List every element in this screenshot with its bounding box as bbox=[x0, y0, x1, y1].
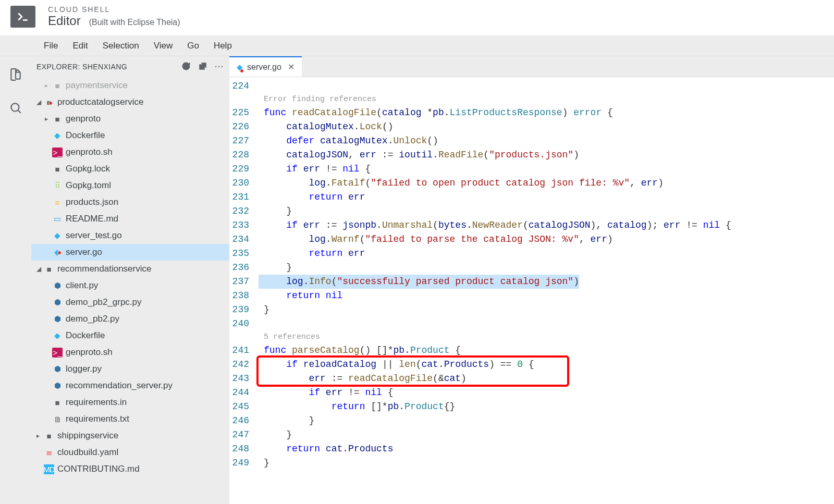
search-icon[interactable] bbox=[9, 101, 22, 117]
code-content[interactable]: } bbox=[259, 414, 314, 428]
code-line[interactable]: 248 return cat.Products bbox=[229, 442, 834, 456]
code-content[interactable]: func readCatalogFile(catalog *pb.ListPro… bbox=[259, 106, 613, 120]
file-cloudbuild-yaml[interactable]: ▸≣cloudbuild.yaml bbox=[31, 444, 229, 461]
file-contributing-md[interactable]: ▸MDCONTRIBUTING.md bbox=[31, 461, 229, 477]
code-line[interactable]: 247 } bbox=[229, 428, 834, 442]
file-server-test-go[interactable]: ▸◆server_test.go bbox=[31, 227, 229, 244]
menu-edit[interactable]: Edit bbox=[72, 41, 88, 51]
menu-help[interactable]: Help bbox=[214, 41, 232, 51]
line-number: 225 bbox=[229, 106, 259, 120]
codelens[interactable]: 5 references bbox=[229, 331, 834, 343]
code-line[interactable]: 236 } bbox=[229, 261, 834, 275]
code-content[interactable]: } bbox=[259, 261, 292, 275]
file-genproto-sh[interactable]: ▸>_genproto.sh bbox=[31, 144, 229, 161]
codelens[interactable]: Error finding references bbox=[229, 93, 834, 106]
file-genproto-sh[interactable]: ▸>_genproto.sh bbox=[31, 344, 229, 361]
code-content[interactable]: log.Info("successfully parsed product ca… bbox=[259, 275, 579, 289]
code-line[interactable]: 235 return err bbox=[229, 247, 834, 261]
file-gopkg-lock[interactable]: ▸■Gopkg.lock bbox=[31, 161, 229, 177]
folder-genproto[interactable]: ▸■genproto bbox=[31, 110, 229, 127]
code-content[interactable]: log.Warnf("failed to parse the catalog J… bbox=[259, 232, 613, 247]
refresh-icon[interactable] bbox=[181, 62, 191, 72]
code-content[interactable] bbox=[259, 79, 264, 93]
code-content[interactable]: if err != nil { bbox=[259, 386, 393, 400]
menu-view[interactable]: View bbox=[154, 41, 173, 51]
code-content[interactable]: defer catalogMutex.Unlock() bbox=[259, 134, 438, 148]
file-icon: ■ bbox=[44, 432, 54, 440]
code-line[interactable]: 226 catalogMutex.Lock() bbox=[229, 120, 834, 134]
code-content[interactable]: func parseCatalog() []*pb.Product { bbox=[259, 343, 461, 358]
file-logger-py[interactable]: ▸⬢logger.py bbox=[31, 361, 229, 377]
code-line[interactable]: 238 return nil bbox=[229, 289, 834, 303]
code-line[interactable]: 224 bbox=[229, 79, 834, 93]
file-dockerfile[interactable]: ▸◆Dockerfile bbox=[31, 327, 229, 344]
code-editor[interactable]: 224Error finding references225func readC… bbox=[229, 77, 834, 504]
code-line[interactable]: 245 return []*pb.Product{} bbox=[229, 400, 834, 414]
menu-go[interactable]: Go bbox=[187, 41, 199, 51]
code-line[interactable]: 241func parseCatalog() []*pb.Product { bbox=[229, 343, 834, 358]
code-content[interactable]: return nil bbox=[259, 289, 342, 303]
code-line[interactable]: 240 bbox=[229, 317, 834, 331]
folder-shippingservice[interactable]: ▸■shippingservice bbox=[31, 427, 229, 444]
file-icon: ≡ bbox=[52, 198, 63, 207]
code-line[interactable]: 228 catalogJSON, err := ioutil.ReadFile(… bbox=[229, 148, 834, 162]
code-content[interactable]: } bbox=[259, 456, 269, 470]
code-content[interactable]: err := readCatalogFile(&cat) bbox=[259, 372, 467, 386]
code-content[interactable] bbox=[259, 317, 264, 331]
folder-productcatalogservice[interactable]: ◢■productcatalogservice bbox=[31, 94, 229, 110]
code-content[interactable]: catalogMutex.Lock() bbox=[259, 120, 393, 134]
tree-label: recommendation_server.py bbox=[66, 380, 173, 391]
menu-file[interactable]: File bbox=[44, 41, 58, 51]
code-line[interactable]: 237 log.Info("successfully parsed produc… bbox=[229, 275, 834, 289]
code-line[interactable]: 230 log.Fatalf("failed to open product c… bbox=[229, 176, 834, 190]
code-line[interactable]: 239} bbox=[229, 303, 834, 317]
explorer-icon[interactable] bbox=[9, 68, 22, 83]
code-content[interactable]: if err != nil { bbox=[259, 162, 371, 176]
file-paymentservice[interactable]: ▸■paymentservice bbox=[31, 77, 229, 94]
code-line[interactable]: 249} bbox=[229, 456, 834, 470]
file-recommendation-server-py[interactable]: ▸⬢recommendation_server.py bbox=[31, 377, 229, 394]
code-line[interactable]: 231 return err bbox=[229, 190, 834, 204]
folder-recommendationservice[interactable]: ◢■recommendationservice bbox=[31, 261, 229, 277]
code-content[interactable]: if reloadCatalog || len(cat.Products) ==… bbox=[259, 358, 534, 372]
file-demo-pb2-grpc-py[interactable]: ▸⬢demo_pb2_grpc.py bbox=[31, 294, 229, 311]
code-line[interactable]: 246 } bbox=[229, 414, 834, 428]
code-content[interactable]: return cat.Products bbox=[259, 442, 393, 456]
code-line[interactable]: 243 err := readCatalogFile(&cat) bbox=[229, 372, 834, 386]
code-line[interactable]: 229 if err != nil { bbox=[229, 162, 834, 176]
collapse-all-icon[interactable] bbox=[198, 62, 207, 72]
file-server-go[interactable]: ▸◆server.go bbox=[31, 244, 229, 261]
code-content[interactable]: } bbox=[259, 204, 292, 218]
line-number: 235 bbox=[229, 247, 259, 261]
file-gopkg-toml[interactable]: ▸⠿Gopkg.toml bbox=[31, 177, 229, 194]
menu-selection[interactable]: Selection bbox=[103, 41, 139, 51]
code-content[interactable]: log.Fatalf("failed to open product catal… bbox=[259, 176, 664, 190]
file-dockerfile[interactable]: ▸◆Dockerfile bbox=[31, 127, 229, 144]
file-readme-md[interactable]: ▸▭README.md bbox=[31, 211, 229, 227]
code-content[interactable]: catalogJSON, err := ioutil.ReadFile("pro… bbox=[259, 148, 579, 162]
code-content[interactable]: } bbox=[259, 303, 269, 317]
close-icon[interactable]: ✕ bbox=[288, 62, 295, 72]
file-requirements-in[interactable]: ▸■requirements.in bbox=[31, 394, 229, 411]
code-content[interactable]: if err := jsonpb.Unmarshal(bytes.NewRead… bbox=[259, 218, 731, 232]
tab-server-go[interactable]: ◆server.go✕ bbox=[229, 56, 302, 77]
more-icon[interactable]: ··· bbox=[215, 63, 224, 71]
code-line[interactable]: 233 if err := jsonpb.Unmarshal(bytes.New… bbox=[229, 218, 834, 232]
code-content[interactable]: return []*pb.Product{} bbox=[259, 400, 455, 414]
file-icon: ⬢ bbox=[52, 298, 63, 307]
code-line[interactable]: 225func readCatalogFile(catalog *pb.List… bbox=[229, 106, 834, 120]
code-line[interactable]: 234 log.Warnf("failed to parse the catal… bbox=[229, 232, 834, 247]
code-content[interactable]: return err bbox=[259, 247, 365, 261]
code-content[interactable]: return err bbox=[259, 190, 365, 204]
file-products-json[interactable]: ▸≡products.json bbox=[31, 194, 229, 211]
code-line[interactable]: 232 } bbox=[229, 204, 834, 218]
file-client-py[interactable]: ▸⬢client.py bbox=[31, 277, 229, 294]
tree-label: Gopkg.lock bbox=[66, 164, 110, 174]
code-line[interactable]: 242 if reloadCatalog || len(cat.Products… bbox=[229, 358, 834, 372]
file-requirements-txt[interactable]: ▸🗎requirements.txt bbox=[31, 411, 229, 427]
code-line[interactable]: 227 defer catalogMutex.Unlock() bbox=[229, 134, 834, 148]
file-demo-pb2-py[interactable]: ▸⬢demo_pb2.py bbox=[31, 311, 229, 327]
code-content[interactable]: } bbox=[259, 428, 292, 442]
tree-label: shippingservice bbox=[57, 431, 118, 441]
code-line[interactable]: 244 if err != nil { bbox=[229, 386, 834, 400]
